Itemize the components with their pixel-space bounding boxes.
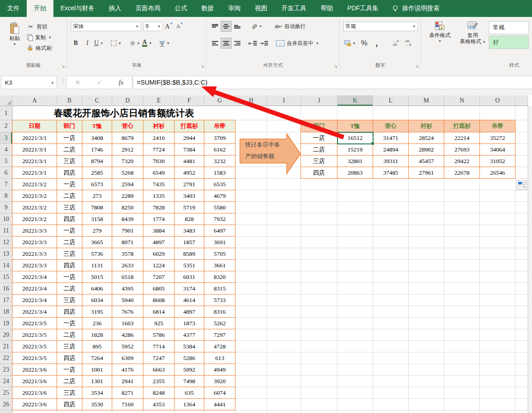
cell-B23[interactable]: 一店 <box>57 364 82 376</box>
row-header-24[interactable]: 24 <box>0 376 12 387</box>
cell-L4[interactable]: 24894 <box>373 144 409 155</box>
grid-cell[interactable] <box>480 364 516 376</box>
grid-cell[interactable] <box>301 248 337 260</box>
cell-C5[interactable]: 8794 <box>82 155 112 167</box>
row-header-26[interactable]: 26 <box>0 399 12 410</box>
cell-O4[interactable]: 34064 <box>480 144 516 155</box>
cell-A26[interactable]: 20221/3/6 <box>12 399 57 410</box>
cell-C8[interactable]: 273 <box>82 190 112 202</box>
cell-F2[interactable]: 打底衫 <box>175 120 204 132</box>
grid-cell[interactable] <box>143 410 175 413</box>
grid-cell[interactable] <box>267 260 301 271</box>
cell-A15[interactable]: 20221/3/4 <box>12 271 57 283</box>
cell-A14[interactable]: 20221/3/3 <box>12 260 57 271</box>
cell-F15[interactable]: 6031 <box>175 271 204 283</box>
cell-J6[interactable]: 四店 <box>301 167 337 179</box>
cell-F23[interactable]: 5092 <box>175 364 204 376</box>
grid-cell[interactable] <box>516 120 528 132</box>
cell-G10[interactable]: 7932 <box>204 213 236 225</box>
grid-cell[interactable] <box>516 167 528 179</box>
ribbon-tab-数据[interactable]: 数据 <box>194 0 221 17</box>
grid-cell[interactable] <box>516 106 528 120</box>
cell-D8[interactable]: 2289 <box>112 190 143 202</box>
cell-G14[interactable]: 3661 <box>204 260 236 271</box>
cell-D2[interactable]: 背心 <box>112 120 143 132</box>
grid-cell[interactable] <box>301 271 337 283</box>
cell-A18[interactable]: 20221/3/4 <box>12 306 57 318</box>
grid-cell[interactable] <box>337 376 373 387</box>
cell-D10[interactable]: 8439 <box>112 213 143 225</box>
selected-cell-outline-K3[interactable] <box>337 132 374 144</box>
grid-cell[interactable] <box>516 155 528 167</box>
cell-K5[interactable]: 32801 <box>337 155 373 167</box>
cell-B22[interactable]: 四店 <box>57 352 82 364</box>
grid-cell[interactable] <box>337 225 373 237</box>
cell-F17[interactable]: 4614 <box>175 294 204 306</box>
cell-D17[interactable]: 5940 <box>112 294 143 306</box>
grid-cell[interactable] <box>267 179 301 190</box>
cell-B16[interactable]: 二店 <box>57 283 82 294</box>
font-dialog-launcher[interactable]: ↘ <box>201 64 204 69</box>
grid-cell[interactable] <box>516 237 528 248</box>
cell-B11[interactable]: 一店 <box>57 225 82 237</box>
cell-D22[interactable]: 6309 <box>112 352 143 364</box>
grid-cell[interactable] <box>409 248 444 260</box>
grid-cell[interactable] <box>267 283 301 294</box>
cell-A9[interactable]: 20221/3/2 <box>12 202 57 213</box>
column-header-L[interactable]: L <box>373 95 409 106</box>
grid-cell[interactable] <box>516 132 528 144</box>
grid-cell[interactable] <box>409 106 444 120</box>
ribbon-tab-PDF工具集[interactable]: PDF工具集 <box>340 0 386 17</box>
cell-C24[interactable]: 1301 <box>82 376 112 387</box>
grid-cell[interactable] <box>236 387 267 399</box>
comma-style-button[interactable]: , <box>372 38 382 48</box>
grid-cell[interactable] <box>337 318 373 329</box>
grid-cell[interactable] <box>373 306 409 318</box>
cell-B25[interactable]: 三店 <box>57 387 82 399</box>
cell-D18[interactable]: 7676 <box>112 306 143 318</box>
row-header-4[interactable]: 4 <box>0 144 12 155</box>
cell-F20[interactable]: 4377 <box>175 329 204 341</box>
cell-G18[interactable]: 8316 <box>204 306 236 318</box>
cell-E2[interactable]: 衬衫 <box>143 120 175 132</box>
merge-center-button[interactable]: ↔ 合并后居中 ▼ <box>275 38 321 49</box>
row-header-13[interactable]: 13 <box>0 248 12 260</box>
percent-style-button[interactable]: % <box>359 38 369 48</box>
cell-K6[interactable]: 20863 <box>337 167 373 179</box>
cell-J3[interactable]: 一店 <box>301 132 337 144</box>
grid-cell[interactable] <box>236 260 267 271</box>
align-middle-button[interactable] <box>221 21 231 31</box>
grid-cell[interactable] <box>480 387 516 399</box>
cell-K2[interactable]: T恤 <box>337 120 373 132</box>
cell-G4[interactable]: 6162 <box>204 144 236 155</box>
cell-N2[interactable]: 打底衫 <box>444 120 480 132</box>
cell-C25[interactable]: 3534 <box>82 387 112 399</box>
grid-cell[interactable] <box>236 202 267 213</box>
cell-F3[interactable]: 2944 <box>175 132 204 144</box>
grid-cell[interactable] <box>373 225 409 237</box>
grid-cell[interactable] <box>516 341 528 352</box>
grid-cell[interactable] <box>236 120 267 132</box>
underline-button[interactable]: U▼ <box>94 38 104 48</box>
cell-E26[interactable]: 4353 <box>143 399 175 410</box>
grid-cell[interactable] <box>409 364 444 376</box>
grid-cell[interactable] <box>267 341 301 352</box>
row-header-7[interactable]: 7 <box>0 179 12 190</box>
cell-G9[interactable]: 5580 <box>204 202 236 213</box>
grid-cell[interactable] <box>373 271 409 283</box>
grid-cell[interactable] <box>480 248 516 260</box>
cell-F9[interactable]: 5719 <box>175 202 204 213</box>
grid-cell[interactable] <box>516 318 528 329</box>
grid-cell[interactable] <box>175 410 204 413</box>
grid-cell[interactable] <box>444 318 480 329</box>
grid-cell[interactable] <box>236 410 267 413</box>
cell-C16[interactable]: 6406 <box>82 283 112 294</box>
grid-cell[interactable] <box>204 410 236 413</box>
paste-dropdown[interactable]: ▼ <box>13 42 16 46</box>
column-header-D[interactable]: D <box>112 95 143 106</box>
column-header-A[interactable]: A <box>12 95 57 106</box>
paste-button[interactable]: 粘贴 ▼ <box>4 20 26 61</box>
grid-cell[interactable] <box>373 318 409 329</box>
cell-D15[interactable]: 6518 <box>112 271 143 283</box>
grid-cell[interactable] <box>480 399 516 410</box>
